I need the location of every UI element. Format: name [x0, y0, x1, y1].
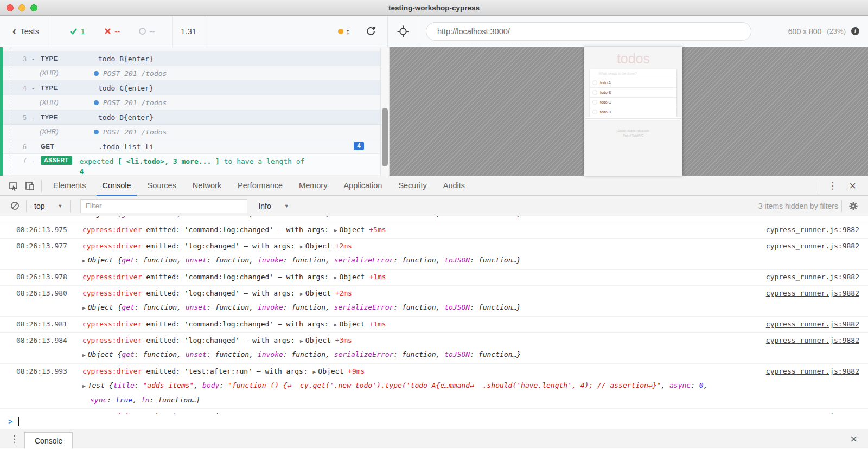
stat-failed[interactable]: -- [104, 27, 120, 36]
source-link[interactable]: cypress_runner.js:9882 [766, 271, 859, 283]
tab-network[interactable]: Network [187, 176, 227, 196]
expand-arrow-icon[interactable]: ▶ [82, 380, 86, 392]
xhr-label: (XHR) [40, 99, 94, 106]
clear-console-button[interactable] [7, 199, 23, 213]
todo-toggle-circle[interactable] [592, 80, 597, 85]
footer-line-2: Part of TodoMVC [584, 133, 682, 138]
command-log-row[interactable]: 4-TYPEtodo C{enter} [3, 81, 380, 95]
expand-arrow-icon[interactable]: ▶ [334, 319, 337, 331]
tab-application[interactable]: Application [338, 176, 387, 196]
tab-audits[interactable]: Audits [438, 176, 470, 196]
text-segment: cypress:driver [82, 367, 142, 375]
back-to-tests-button[interactable]: ‹ Tests [0, 16, 52, 47]
stat-pending[interactable]: -- [139, 27, 155, 36]
expand-arrow-icon[interactable]: ▶ [334, 272, 337, 284]
drawer-tab-console[interactable]: Console [24, 432, 73, 448]
xhr-log-row[interactable]: (XHR)POST 201 /todos [3, 66, 380, 81]
console-toolbar: top ▼ Info ▼ 3 items hidden by filters [0, 196, 868, 216]
console-entry-inner: cypress_runner.js:988208:26:13.984cypres… [16, 333, 859, 363]
test-passed-strip [0, 47, 3, 176]
cypress-toolbar: ‹ Tests 1 -- -- 1.31 ↕ [0, 16, 868, 47]
source-link[interactable]: cypress_runner.js:9882 [766, 287, 859, 299]
text-segment: : function…} [150, 396, 201, 404]
text-segment: serializeError [334, 216, 394, 218]
toolbar-middle: ↕ [205, 16, 388, 47]
stat-passed[interactable]: 1 [69, 27, 85, 36]
info-icon[interactable]: i [851, 27, 859, 35]
command-log-row[interactable]: 7-ASSERTexpected [ <li.todo>, 3 more... … [3, 154, 380, 176]
command-log-row[interactable]: 5-TYPEtodo D{enter} [3, 110, 380, 125]
expand-arrow-icon[interactable]: ▶ [82, 255, 86, 267]
console-settings-button[interactable] [845, 199, 861, 213]
expand-arrow-icon[interactable]: ▶ [300, 241, 303, 253]
todo-item[interactable]: todo B [590, 87, 676, 97]
drawer-menu-button[interactable]: ⋮ [4, 433, 24, 445]
todo-toggle-circle[interactable] [592, 100, 597, 105]
device-toolbar-button[interactable] [22, 179, 38, 193]
todo-toggle-circle[interactable] [592, 90, 597, 95]
inspect-element-button[interactable] [5, 179, 22, 193]
tab-security[interactable]: Security [393, 176, 432, 196]
command-log-row[interactable]: 6GET.todo-list li4 [3, 139, 380, 154]
text-segment: emitted: 'command:log:changed' – with ar… [142, 226, 333, 234]
text-segment: : [691, 381, 699, 389]
tab-console[interactable]: Console [97, 176, 136, 196]
todo-item[interactable]: todo C [590, 97, 676, 107]
console-message-line: cypress_runner.js:988208:26:13.998cypres… [16, 409, 859, 414]
expand-arrow-icon[interactable]: ▶ [300, 288, 303, 300]
text-segment: : function, [283, 216, 334, 218]
tab-sources[interactable]: Sources [142, 176, 182, 196]
devtools-menu-button[interactable]: ⋮ [822, 180, 843, 191]
text-segment: : [135, 381, 143, 389]
updown-arrow-icon: ↕ [346, 27, 350, 36]
source-link[interactable]: cypress_runner.js:9882 [766, 318, 859, 330]
drawer-close-button[interactable]: × [844, 433, 864, 445]
text-segment: emitted: 'command:log:changed' – with ar… [142, 273, 333, 281]
todo-toggle-circle[interactable] [592, 110, 597, 114]
source-link[interactable]: cypress_runner.js:9882 [766, 224, 859, 236]
selector-playground-button[interactable] [397, 25, 409, 37]
expand-arrow-icon[interactable]: ▶ [300, 335, 303, 347]
text-segment: toJSON [444, 256, 470, 264]
console-filter-input[interactable] [80, 199, 247, 213]
object-preview-line: ▶Object {get: function, unset: function,… [16, 254, 859, 269]
tab-elements[interactable]: Elements [48, 176, 91, 196]
tab-memory[interactable]: Memory [293, 176, 333, 196]
reporter-scrollbar-thumb[interactable] [382, 108, 388, 166]
xhr-log-row[interactable]: (XHR)POST 201 /todos [3, 95, 380, 110]
text-segment: invoke [258, 303, 283, 311]
text-segment: Object [305, 336, 335, 344]
devtools-tabbar: Elements Console Sources Network Perform… [0, 176, 868, 196]
log-level-select[interactable]: Info ▼ [254, 202, 293, 210]
text-segment: "function () {↵ cy.get('.new-todo').type… [228, 381, 661, 389]
refresh-button[interactable] [365, 25, 376, 37]
source-link[interactable]: cypress_runner.js:9882 [766, 240, 859, 252]
todo-item[interactable]: todo D [590, 107, 676, 117]
devtools-close-button[interactable]: × [843, 180, 863, 192]
xhr-log-row[interactable]: (XHR)POST 201 /todos [3, 47, 380, 52]
console-entry: cypress_runner.js:988208:26:13.980cypres… [0, 286, 868, 317]
xhr-log-row[interactable]: (XHR)POST 201 /todos [3, 125, 380, 139]
selector-playground-section [388, 16, 418, 47]
expand-arrow-icon[interactable]: ▶ [313, 366, 316, 378]
text-segment: emitted: 'log:changed' – with args: [142, 289, 299, 297]
xhr-dot-icon [94, 100, 99, 105]
text-segment: Object [339, 320, 369, 328]
url-bar[interactable]: http://localhost:3000/ [426, 22, 751, 41]
source-link[interactable]: cypress_runner.js:9882 [766, 335, 859, 347]
text-segment: emitted: 'command:log:changed' – with ar… [142, 320, 333, 328]
source-link[interactable]: cypress_runner.js:9882 [766, 365, 859, 377]
new-todo-input[interactable]: What needs to be done? [590, 69, 676, 78]
expand-arrow-icon[interactable]: ▶ [82, 302, 86, 314]
row-number: 5 [3, 113, 27, 121]
viewport-scale-indicator[interactable]: ↕ [338, 27, 350, 36]
todo-item[interactable]: todo A [590, 78, 676, 87]
text-segment: : function, [393, 216, 444, 218]
console-prompt[interactable]: > [0, 414, 868, 429]
expand-arrow-icon[interactable]: ▶ [82, 216, 86, 221]
expand-arrow-icon[interactable]: ▶ [82, 349, 86, 361]
tab-performance[interactable]: Performance [232, 176, 288, 196]
expand-arrow-icon[interactable]: ▶ [334, 224, 337, 236]
command-log-row[interactable]: 3-TYPEtodo B{enter} [3, 52, 380, 66]
execution-context-select[interactable]: top ▼ [30, 202, 67, 210]
